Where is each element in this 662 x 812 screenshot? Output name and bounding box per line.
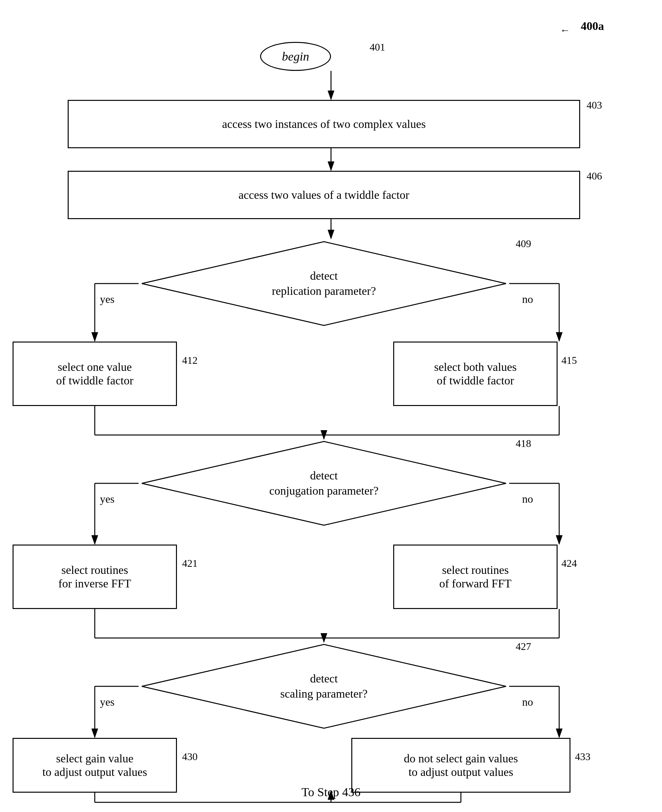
ref-412: 412: [182, 355, 198, 366]
no-label-427: no: [522, 696, 533, 708]
box-424: select routines of forward FFT: [393, 544, 558, 609]
diamond-409: detect replication parameter?: [138, 238, 509, 329]
ref-433: 433: [575, 751, 590, 763]
diamond-418: detect conjugation parameter?: [138, 438, 509, 528]
to-step-436: To Step 436: [267, 785, 395, 799]
box-430: select gain value to adjust output value…: [13, 738, 177, 793]
ref-418: 418: [516, 438, 531, 449]
svg-marker-0: [142, 242, 506, 326]
yes-label-418: yes: [100, 493, 114, 505]
box-433-text: do not select gain values to adjust outp…: [404, 752, 518, 779]
box-403: access two instances of two complex valu…: [67, 100, 580, 148]
yes-label-409: yes: [100, 293, 114, 305]
begin-label: begin: [282, 49, 309, 64]
box-421-text: select routines for inverse FFT: [58, 563, 131, 590]
ref-430: 430: [182, 751, 198, 763]
box-415: select both values of twiddle factor: [393, 342, 558, 406]
box-415-text: select both values of twiddle factor: [434, 360, 517, 387]
svg-marker-1: [142, 441, 506, 525]
ref-403: 403: [586, 99, 602, 111]
diagram-label: 400a: [581, 19, 604, 33]
ref-415: 415: [561, 355, 577, 366]
ref-409: 409: [516, 238, 531, 250]
no-label-418: no: [522, 493, 533, 505]
ref-401: 401: [370, 41, 385, 53]
no-label-409: no: [522, 293, 533, 305]
ref-424: 424: [561, 557, 577, 570]
box-430-text: select gain value to adjust output value…: [43, 752, 147, 779]
box-424-text: select routines of forward FFT: [439, 563, 511, 590]
box-403-text: access two instances of two complex valu…: [222, 117, 426, 131]
box-421: select routines for inverse FFT: [13, 544, 177, 609]
ref-427: 427: [516, 640, 531, 653]
begin-node: begin: [260, 42, 331, 71]
box-433: do not select gain values to adjust outp…: [351, 738, 570, 793]
box-406-text: access two values of a twiddle factor: [238, 188, 409, 202]
yes-label-427: yes: [100, 696, 114, 708]
ref-421: 421: [182, 557, 198, 570]
box-406: access two values of a twiddle factor: [67, 171, 580, 219]
diamond-427: detect scaling parameter?: [138, 641, 509, 732]
diagram: 400a ← begin 401 access two instances of…: [0, 0, 662, 812]
label-arrow: ←: [560, 24, 570, 36]
box-412-text: select one value of twiddle factor: [56, 360, 133, 387]
box-412: select one value of twiddle factor: [13, 342, 177, 406]
ref-406: 406: [586, 170, 602, 182]
svg-marker-2: [142, 644, 506, 728]
